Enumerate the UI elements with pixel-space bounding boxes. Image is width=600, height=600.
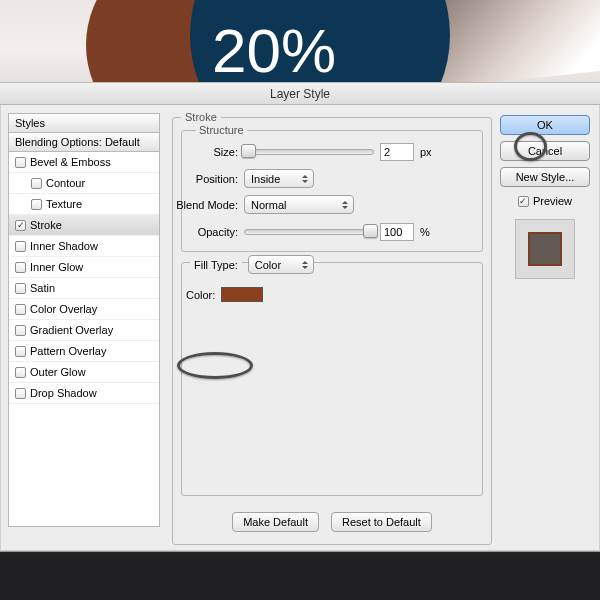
style-checkbox[interactable] [15,388,26,399]
style-row-label: Bevel & Emboss [30,152,111,173]
color-swatch[interactable] [221,287,263,302]
style-checkbox[interactable] [15,346,26,357]
style-checkbox[interactable]: ✓ [15,220,26,231]
position-select[interactable]: Inside [244,169,314,188]
style-row-label: Inner Shadow [30,236,98,257]
style-checkbox[interactable] [15,241,26,252]
size-slider[interactable] [244,149,374,155]
style-row-label: Outer Glow [30,362,86,383]
stroke-group-label: Stroke [181,111,221,123]
cancel-button[interactable]: Cancel [500,141,590,161]
style-checkbox[interactable] [15,325,26,336]
new-style-button[interactable]: New Style... [500,167,590,187]
style-row-gradient-overlay[interactable]: Gradient Overlay [9,320,159,341]
structure-group: Structure Size: px Position: Inside [181,130,483,252]
style-checkbox[interactable] [15,304,26,315]
layer-style-dialog: Layer Style Styles Blending Options: Def… [0,82,600,552]
style-row-label: Gradient Overlay [30,320,113,341]
styles-column: Styles Blending Options: Default Bevel &… [8,113,160,527]
fill-type-select[interactable]: Color [248,255,314,274]
style-row-inner-shadow[interactable]: Inner Shadow [9,236,159,257]
style-row-inner-glow[interactable]: Inner Glow [9,257,159,278]
style-row-label: Drop Shadow [30,383,97,404]
position-label: Position: [182,173,238,185]
style-row-label: Satin [30,278,55,299]
opacity-input[interactable] [380,223,414,241]
style-checkbox[interactable] [15,157,26,168]
style-row-outer-glow[interactable]: Outer Glow [9,362,159,383]
size-slider-thumb[interactable] [241,144,256,158]
dialog-buttons: OK Cancel New Style... ✓ Preview [500,115,590,279]
style-checkbox[interactable] [15,283,26,294]
style-row-label: Pattern Overlay [30,341,106,362]
opacity-slider[interactable] [244,229,374,235]
style-row-satin[interactable]: Satin [9,278,159,299]
preview-thumbnail [515,219,575,279]
style-checkbox[interactable] [31,178,42,189]
style-checkbox[interactable] [31,199,42,210]
style-row-label: Contour [46,173,85,194]
style-row-stroke[interactable]: ✓Stroke [9,215,159,236]
style-row-label: Stroke [30,215,62,236]
style-checkbox[interactable] [15,367,26,378]
preview-label: Preview [533,195,572,207]
color-label: Color: [186,289,215,301]
reset-default-button[interactable]: Reset to Default [331,512,432,532]
opacity-unit: % [420,226,430,238]
size-label: Size: [182,146,238,158]
structure-label: Structure [196,124,247,136]
make-default-button[interactable]: Make Default [232,512,319,532]
size-unit: px [420,146,432,158]
preview-toggle[interactable]: ✓ Preview [500,195,590,207]
preview-checkbox[interactable]: ✓ [518,196,529,207]
style-row-contour[interactable]: Contour [9,173,159,194]
blend-mode-select[interactable]: Normal [244,195,354,214]
dialog-title: Layer Style [0,83,600,105]
fill-type-label: Fill Type: [190,259,242,271]
style-row-label: Texture [46,194,82,215]
ok-button[interactable]: OK [500,115,590,135]
stroke-group: Stroke Structure Size: px Position: [172,117,492,545]
background-canvas: 20% Layer Style Styles Blending Options:… [0,0,600,600]
style-row-label: Color Overlay [30,299,97,320]
style-row-texture[interactable]: Texture [9,194,159,215]
blending-options-header[interactable]: Blending Options: Default [8,132,160,151]
fill-group: Fill Type: Color Color: [181,262,483,496]
style-row-label: Inner Glow [30,257,83,278]
style-list: Bevel & EmbossContourTexture✓StrokeInner… [8,151,160,527]
style-row-pattern-overlay[interactable]: Pattern Overlay [9,341,159,362]
styles-header[interactable]: Styles [8,113,160,132]
size-input[interactable] [380,143,414,161]
bg-percent-text: 20% [212,15,336,86]
style-row-color-overlay[interactable]: Color Overlay [9,299,159,320]
opacity-slider-thumb[interactable] [363,224,378,238]
blend-mode-label: Blend Mode: [170,199,238,211]
style-row-drop-shadow[interactable]: Drop Shadow [9,383,159,404]
style-row-bevel-emboss[interactable]: Bevel & Emboss [9,152,159,173]
opacity-label: Opacity: [182,226,238,238]
style-checkbox[interactable] [15,262,26,273]
